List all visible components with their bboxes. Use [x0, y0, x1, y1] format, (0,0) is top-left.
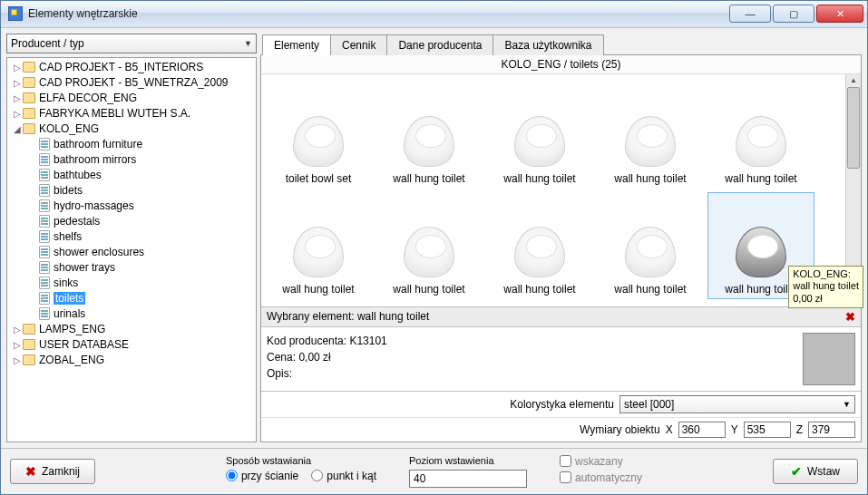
close-dialog-button[interactable]: ✖ Zamknij — [10, 459, 95, 484]
tree-item[interactable]: ▷LAMPS_ENG — [7, 322, 256, 337]
thumbnail-gallery[interactable]: toilet bowl setwall hung toiletwall hung… — [261, 74, 845, 306]
chevron-down-icon: ▼ — [244, 39, 252, 48]
tree-item[interactable]: hydro-massages — [7, 199, 256, 214]
thumbnail-image — [282, 100, 355, 167]
file-icon — [39, 153, 50, 166]
minimize-button[interactable]: — — [729, 5, 771, 23]
tree-item[interactable]: ▷USER DATABASE — [7, 337, 256, 353]
tree-item[interactable]: ▷FABRYKA MEBLI WUTEH S.A. — [7, 106, 256, 121]
x-icon: ✖ — [25, 464, 36, 479]
tree-item-label: shelfs — [54, 230, 82, 243]
scroll-up-icon[interactable]: ▲ — [846, 74, 861, 87]
tree-item[interactable]: pedestals — [7, 214, 256, 229]
expander-icon[interactable]: ▷ — [11, 63, 23, 73]
file-icon — [39, 261, 50, 274]
check-icon: ✔ — [791, 464, 802, 479]
tree-item-label: hydro-massages — [54, 199, 134, 212]
tree-item[interactable]: shower trays — [7, 260, 256, 276]
clear-selection-icon[interactable]: ✖ — [845, 310, 855, 324]
file-icon — [39, 169, 50, 181]
tree-item-label: urinals — [54, 307, 85, 320]
tab[interactable]: Dane producenta — [386, 34, 493, 55]
expander-icon[interactable]: ▷ — [11, 78, 23, 88]
file-icon — [39, 292, 50, 305]
tree-item[interactable]: bathroom furniture — [7, 137, 256, 152]
folder-icon — [23, 324, 35, 335]
insert-button[interactable]: ✔ Wstaw — [773, 459, 858, 484]
tree-item-label: CAD PROJEKT - B5_WNETRZA_2009 — [39, 76, 229, 89]
tree-item[interactable]: ▷CAD PROJEKT - B5_INTERIORS — [7, 60, 256, 75]
maximize-button[interactable]: ▢ — [773, 5, 814, 23]
thumbnail-label: wall hung toilet — [725, 283, 796, 296]
file-icon — [39, 184, 50, 197]
tree-item[interactable]: shelfs — [7, 229, 256, 245]
scrollbar-thumb[interactable] — [847, 87, 860, 169]
tree-item-label: FABRYKA MEBLI WUTEH S.A. — [39, 107, 190, 120]
thumbnail-item[interactable]: wall hung toilet — [597, 82, 704, 189]
tree-item[interactable]: bidets — [7, 183, 256, 199]
dim-y-input[interactable] — [744, 422, 791, 438]
tree-item[interactable]: ▷CAD PROJEKT - B5_WNETRZA_2009 — [7, 75, 256, 91]
thumbnail-image — [393, 100, 465, 167]
folder-icon — [23, 62, 35, 73]
insert-level-input[interactable] — [409, 470, 527, 488]
tree-item[interactable]: sinks — [7, 276, 256, 291]
thumbnail-label: wall hung toilet — [503, 172, 575, 185]
expander-icon[interactable]: ▷ — [11, 325, 23, 335]
expander-icon[interactable]: ◢ — [11, 124, 23, 134]
thumbnail-label: wall hung toilet — [614, 172, 686, 185]
producer-type-value: Producent / typ — [11, 37, 84, 50]
thumbnail-item[interactable]: wall hung toilet — [375, 192, 483, 299]
tab[interactable]: Elementy — [262, 34, 331, 55]
dim-z-input[interactable] — [808, 422, 855, 438]
folder-icon — [23, 123, 35, 134]
expander-icon[interactable]: ▷ — [11, 355, 23, 365]
tree-item[interactable]: urinals — [7, 306, 256, 322]
tree-item[interactable]: bathroom mirrors — [7, 152, 256, 168]
thumbnail-label: wall hung toilet — [614, 283, 686, 296]
thumbnail-label: wall hung toilet — [393, 283, 464, 296]
thumbnail-item[interactable]: wall hung toilet — [597, 192, 704, 299]
tab[interactable]: Baza użytkownika — [493, 34, 603, 55]
insert-mode-label: Sposób wstawiania — [226, 455, 376, 466]
tree-item[interactable]: bathtubes — [7, 168, 256, 183]
close-button[interactable]: ✕ — [816, 5, 863, 23]
tree-item[interactable]: toilets — [7, 291, 256, 306]
app-window: Elementy wnętrzarskie — ▢ ✕ Producent / … — [0, 0, 868, 495]
category-tree[interactable]: ▷CAD PROJEKT - B5_INTERIORS▷CAD PROJEKT … — [6, 57, 257, 442]
tree-item-label: ZOBAL_ENG — [39, 354, 104, 366]
expander-icon[interactable]: ▷ — [11, 109, 23, 119]
file-icon — [39, 138, 50, 150]
thumbnail-item[interactable]: wall hung toilet — [486, 192, 593, 299]
tab[interactable]: Cennik — [330, 34, 387, 55]
radio-by-wall[interactable]: przy ścianie — [226, 470, 298, 482]
tree-item[interactable]: shower enclosures — [7, 245, 256, 260]
file-icon — [39, 277, 50, 289]
thumbnail-item[interactable]: toilet bowl set — [265, 82, 372, 189]
thumbnail-item[interactable]: wall hung toilet — [707, 82, 814, 189]
tree-item[interactable]: ▷ELFA DECOR_ENG — [7, 91, 256, 106]
producer-type-dropdown[interactable]: Producent / typ ▼ — [6, 34, 257, 53]
thumbnail-item[interactable]: wall hung toilet — [265, 192, 372, 299]
check-indicated[interactable]: wskazany — [560, 455, 642, 468]
thumbnail-item[interactable]: wall hung toilet — [486, 82, 593, 189]
file-icon — [39, 246, 50, 258]
expander-icon[interactable]: ▷ — [11, 93, 23, 103]
tree-item[interactable]: ▷ZOBAL_ENG — [7, 353, 256, 368]
toilet-icon — [514, 227, 565, 277]
window-title: Elementy wnętrzarskie — [28, 7, 729, 20]
tree-item[interactable]: ◢KOLO_ENG — [7, 121, 256, 137]
thumbnail-item[interactable]: wall hung toilet — [375, 82, 483, 189]
tree-item-label: CAD PROJEKT - B5_INTERIORS — [39, 61, 203, 73]
toilet-icon — [736, 227, 786, 277]
tree-item-label: bathtubes — [54, 169, 102, 181]
color-dropdown[interactable]: steel [000] ▼ — [619, 395, 855, 413]
toilet-icon — [293, 116, 344, 167]
toilet-icon — [736, 116, 786, 167]
radio-point-angle[interactable]: punkt i kąt — [311, 470, 376, 482]
dim-x-input[interactable] — [678, 422, 726, 438]
expander-icon[interactable]: ▷ — [11, 340, 23, 350]
breadcrumb: KOLO_ENG / toilets (25) — [261, 55, 861, 74]
color-value: steel [000] — [624, 398, 674, 411]
check-automatic[interactable]: automatyczny — [560, 471, 642, 484]
